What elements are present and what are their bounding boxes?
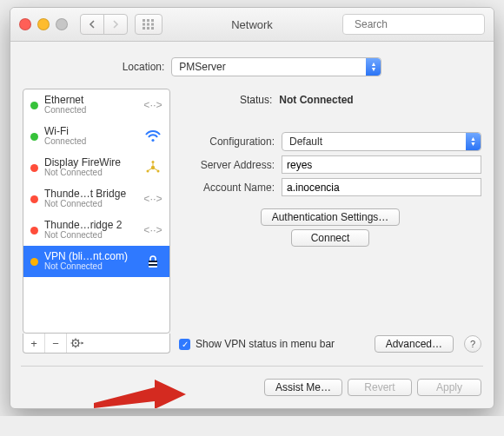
pane-bottom-row: ✓ Show VPN status in menu bar Advanced… … <box>179 335 481 353</box>
popup-arrows-icon: ▲▼ <box>366 58 381 76</box>
svg-point-26 <box>75 342 76 344</box>
advanced-button[interactable]: Advanced… <box>375 335 454 353</box>
show-vpn-menubar-checkbox[interactable]: ✓ <box>179 339 190 350</box>
service-name: Ethernet <box>44 95 143 105</box>
service-name: Thunde…t Bridge <box>44 188 143 199</box>
service-status: Not Connected <box>44 199 143 209</box>
forward-button[interactable] <box>103 14 128 35</box>
account-name-input[interactable] <box>282 178 481 196</box>
location-value: PMServer <box>179 61 225 73</box>
configuration-label: Configuration: <box>179 135 275 148</box>
apply-button[interactable]: Apply <box>417 379 481 396</box>
svg-point-12 <box>151 139 154 142</box>
sidebar-item-firewire[interactable]: Display FireWire Not Connected <box>23 152 169 183</box>
status-value: Not Connected <box>279 94 353 106</box>
remove-service-button[interactable]: − <box>45 334 67 353</box>
service-status: Not Connected <box>44 261 143 272</box>
svg-text:<··>: <··> <box>144 223 162 236</box>
configuration-row: Configuration: Default ▲▼ <box>179 132 481 151</box>
nav-back-forward <box>80 14 128 35</box>
service-status: Not Connected <box>44 168 143 178</box>
svg-rect-6 <box>143 27 145 30</box>
account-name-label: Account Name: <box>179 182 275 194</box>
service-name: VPN (bli…nt.com) <box>44 251 143 261</box>
server-address-row: Server Address: <box>179 155 481 174</box>
titlebar: Network <box>10 8 494 42</box>
location-popup[interactable]: PMServer ▲▼ <box>171 57 381 76</box>
sidebar-item-wifi[interactable]: Wi-Fi Connected <box>23 121 169 152</box>
svg-rect-3 <box>143 23 145 26</box>
back-button[interactable] <box>80 14 104 35</box>
svg-line-34 <box>78 340 79 340</box>
svg-rect-23 <box>149 261 157 262</box>
connect-button-row: Connect <box>179 229 481 247</box>
status-dot-icon <box>30 164 38 172</box>
svg-line-32 <box>78 346 79 347</box>
sidebar-item-vpn[interactable]: VPN (bli…nt.com) Not Connected <box>23 246 169 277</box>
wifi-icon <box>143 129 162 143</box>
svg-rect-1 <box>147 19 149 22</box>
authentication-settings-button[interactable]: Authentication Settings… <box>261 208 401 226</box>
svg-rect-8 <box>151 27 154 30</box>
ethernet-icon: <··> <box>143 97 162 113</box>
svg-line-31 <box>72 340 73 340</box>
auth-button-row: Authentication Settings… <box>179 208 481 226</box>
show-all-button[interactable] <box>135 14 162 35</box>
sidebar-item-ethernet[interactable]: Ethernet Connected <··> <box>23 89 169 121</box>
service-status: Not Connected <box>44 230 143 241</box>
svg-text:<··>: <··> <box>144 98 162 111</box>
details-pane: Status: Not Connected Configuration: Def… <box>179 89 481 353</box>
status-dot-icon <box>30 227 38 235</box>
window-controls <box>19 18 68 30</box>
thunderbolt-icon: <··> <box>143 222 162 238</box>
chevron-right-icon <box>112 20 119 29</box>
location-row: Location: PMServer ▲▼ <box>23 57 481 76</box>
svg-line-18 <box>149 168 152 170</box>
status-dot-icon <box>30 102 38 109</box>
svg-rect-5 <box>151 23 154 26</box>
service-options-button[interactable] <box>67 334 88 353</box>
zoom-window-button[interactable] <box>56 18 68 30</box>
status-label: Status: <box>240 94 272 106</box>
service-name: Display FireWire <box>44 157 143 168</box>
sidebar-toolbar: + − <box>23 334 170 353</box>
assist-me-button[interactable]: Assist Me… <box>264 379 342 396</box>
service-status: Connected <box>44 136 143 147</box>
svg-rect-7 <box>147 27 149 30</box>
svg-rect-0 <box>143 19 145 22</box>
svg-rect-24 <box>149 264 157 266</box>
popup-arrows-icon: ▲▼ <box>466 133 481 150</box>
add-service-button[interactable]: + <box>23 334 45 353</box>
svg-line-19 <box>155 168 158 170</box>
svg-line-33 <box>72 346 73 347</box>
chevron-left-icon <box>89 20 96 29</box>
connect-button[interactable]: Connect <box>291 229 369 247</box>
minimize-window-button[interactable] <box>37 18 50 30</box>
server-address-input[interactable] <box>282 155 481 174</box>
status-dot-icon <box>30 258 38 266</box>
configuration-value: Default <box>289 135 322 148</box>
network-prefpane-window: Network Location: PMServer ▲▼ Etherne <box>10 7 494 409</box>
search-field[interactable] <box>342 14 485 35</box>
status-row: Status: Not Connected <box>179 94 481 106</box>
svg-rect-4 <box>147 23 149 26</box>
close-window-button[interactable] <box>19 18 31 30</box>
footer-buttons: Assist Me… Revert Apply <box>23 379 481 396</box>
search-input[interactable] <box>353 17 487 31</box>
firewire-icon <box>143 160 162 175</box>
service-name: Wi-Fi <box>44 126 143 136</box>
configuration-popup[interactable]: Default ▲▼ <box>282 132 481 151</box>
server-address-label: Server Address: <box>179 159 275 171</box>
location-label: Location: <box>123 61 165 73</box>
service-name: Thunde…ridge 2 <box>44 220 143 230</box>
sidebar-item-thunderbolt-2[interactable]: Thunde…ridge 2 Not Connected <··> <box>23 215 169 246</box>
divider <box>21 366 483 367</box>
service-status: Connected <box>44 105 143 116</box>
services-sidebar: Ethernet Connected <··> Wi-Fi Connected <box>23 89 170 353</box>
help-button[interactable]: ? <box>464 335 481 353</box>
account-name-row: Account Name: <box>179 178 481 196</box>
revert-button[interactable]: Revert <box>348 379 412 396</box>
gear-icon <box>70 338 84 348</box>
sidebar-item-thunderbolt-1[interactable]: Thunde…t Bridge Not Connected <··> <box>23 183 169 215</box>
svg-point-14 <box>152 161 155 163</box>
